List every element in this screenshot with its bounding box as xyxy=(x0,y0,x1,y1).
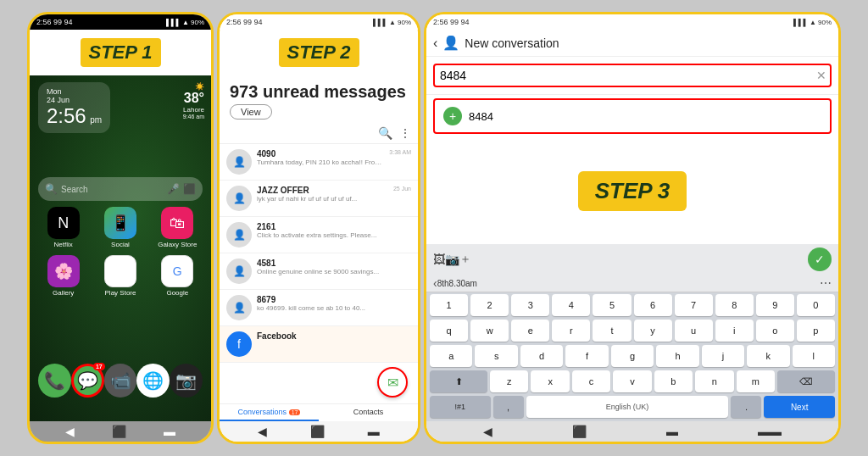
app-google[interactable]: G Google xyxy=(153,255,203,297)
nav-recent-1[interactable]: ▬ xyxy=(164,425,175,438)
key-3[interactable]: 3 xyxy=(511,294,549,316)
key-8[interactable]: 8 xyxy=(715,294,754,316)
key-w[interactable]: w xyxy=(470,320,509,342)
camera-keyboard-icon[interactable]: 📷 xyxy=(445,253,459,266)
key-h[interactable]: h xyxy=(656,345,698,367)
nav-back-3[interactable]: ◀ xyxy=(483,425,492,438)
contact-suggestion[interactable]: + 8484 xyxy=(433,98,832,134)
nav-back-1[interactable]: ◀ xyxy=(65,425,75,438)
header-title: New conversation xyxy=(465,36,832,50)
key-0[interactable]: 0 xyxy=(797,294,835,316)
person-icon: 👤 xyxy=(442,35,459,51)
message-item-2[interactable]: 👤 JAZZ OFFER lyk yar uf nahi kr uf uf uf… xyxy=(220,181,418,217)
more-icon[interactable]: ⋮ xyxy=(399,126,411,140)
key-7[interactable]: 7 xyxy=(675,294,713,316)
key-f[interactable]: f xyxy=(565,345,608,367)
key-q[interactable]: q xyxy=(430,320,468,342)
recipient-search-input[interactable] xyxy=(433,64,832,87)
app-gallery[interactable]: 🌸 Gallery xyxy=(38,255,88,297)
nav-back-2[interactable]: ◀ xyxy=(258,425,267,438)
next-key[interactable]: Next xyxy=(764,396,835,418)
key-t[interactable]: t xyxy=(593,320,631,342)
sender-1: 4090 xyxy=(257,149,384,158)
chrome-icon[interactable]: 🌐 xyxy=(136,364,170,398)
key-a[interactable]: a xyxy=(430,345,472,367)
key-k[interactable]: k xyxy=(747,345,789,367)
key-y[interactable]: y xyxy=(634,320,672,342)
key-b[interactable]: b xyxy=(654,370,693,392)
key-z[interactable]: z xyxy=(490,370,528,392)
signal-icon-2: ▌▌▌ xyxy=(373,19,387,26)
message-item-5[interactable]: 👤 8679 ko 49699. kill come se ab 10 to 4… xyxy=(220,290,418,326)
phone-app-icon[interactable]: 📞 xyxy=(38,364,71,398)
message-item-1[interactable]: 👤 4090 Tumhara today, PIN 210 ko accha!!… xyxy=(220,144,418,181)
google-search-bar[interactable]: 🔍 Search 🎤 ⬛ xyxy=(38,177,203,201)
key-c[interactable]: c xyxy=(572,370,610,392)
key-p[interactable]: p xyxy=(797,320,835,342)
backspace-key[interactable]: ⌫ xyxy=(777,370,835,392)
app-social[interactable]: 📱 Social xyxy=(95,207,145,248)
home-screen: Mon 24 Jun 2:56 pm ☀️ 38° Lahore 9:46 am… xyxy=(30,75,211,421)
shift-key[interactable]: ⬆ xyxy=(430,370,487,392)
message-item-4[interactable]: 👤 4581 Online genuine online se 9000 sav… xyxy=(220,253,418,290)
image-icon[interactable]: 🖼 xyxy=(433,253,445,266)
plus-keyboard-icon[interactable]: ＋ xyxy=(459,252,471,267)
step3-badge-area: STEP 3 xyxy=(426,137,838,244)
camera-icon[interactable]: 📷 xyxy=(170,364,203,398)
wifi-icon-3: ▲ xyxy=(810,19,816,26)
symbols-key[interactable]: !#1 xyxy=(430,396,491,418)
conversations-tab[interactable]: Conversations 17 xyxy=(220,404,319,421)
video-app-icon[interactable]: 📹 xyxy=(104,364,137,398)
nav-home-2[interactable]: ⬛ xyxy=(310,425,325,438)
key-d[interactable]: d xyxy=(520,345,563,367)
compose-fab[interactable]: ✉ xyxy=(377,367,408,398)
view-button[interactable]: View xyxy=(230,104,272,120)
key-v[interactable]: v xyxy=(613,370,651,392)
space-key[interactable]: English (UK) xyxy=(526,396,729,418)
comma-key[interactable]: , xyxy=(493,396,524,418)
key-n[interactable]: n xyxy=(695,370,733,392)
main-container: 2:56 99 94 ▌▌▌ ▲ 90% STEP 1 Mon 24 Jun 2… xyxy=(27,12,841,444)
clear-search-icon[interactable]: ✕ xyxy=(816,69,826,82)
key-x[interactable]: x xyxy=(531,370,569,392)
back-arrow-icon[interactable]: ‹ xyxy=(433,36,437,51)
key-5[interactable]: 5 xyxy=(593,294,631,316)
key-i[interactable]: i xyxy=(715,320,754,342)
key-m[interactable]: m xyxy=(737,370,775,392)
nav-recent-2[interactable]: ▬ xyxy=(368,425,380,438)
key-g[interactable]: g xyxy=(611,345,654,367)
key-e[interactable]: e xyxy=(511,320,549,342)
msg-content-3: 2161 Click to activate extra settings. P… xyxy=(257,222,406,239)
key-2[interactable]: 2 xyxy=(470,294,509,316)
facebook-item[interactable]: f Facebook xyxy=(220,326,418,363)
app-netflix[interactable]: N Netflix xyxy=(38,207,88,248)
key-l[interactable]: l xyxy=(793,345,835,367)
key-6[interactable]: 6 xyxy=(634,294,672,316)
status-icons-2: ▌▌▌ ▲ 90% xyxy=(373,19,411,26)
msg-content-4: 4581 Online genuine online se 9000 savin… xyxy=(257,259,406,275)
period-key[interactable]: . xyxy=(731,396,761,418)
key-4[interactable]: 4 xyxy=(552,294,590,316)
keyboard-more-icon[interactable]: ⋯ xyxy=(820,276,832,290)
search-icon-2[interactable]: 🔍 xyxy=(378,126,392,140)
nav-recent-3[interactable]: ▬ xyxy=(666,425,678,438)
search-bar-icon: 🔍 xyxy=(45,183,58,195)
key-1[interactable]: 1 xyxy=(430,294,468,316)
avatar-2: 👤 xyxy=(226,186,252,211)
key-u[interactable]: u xyxy=(675,320,713,342)
key-o[interactable]: o xyxy=(756,320,794,342)
app-play-store[interactable]: ▶ Play Store xyxy=(95,255,145,297)
messages-app-icon[interactable]: 💬 17 xyxy=(71,364,104,398)
send-button[interactable]: ✓ xyxy=(808,247,832,271)
key-9[interactable]: 9 xyxy=(756,294,794,316)
message-item-3[interactable]: 👤 2161 Click to activate extra settings.… xyxy=(220,217,418,253)
key-r[interactable]: r xyxy=(552,320,590,342)
nav-home-3[interactable]: ⬛ xyxy=(572,425,587,438)
key-s[interactable]: s xyxy=(475,345,517,367)
nav-home-1[interactable]: ⬛ xyxy=(112,425,126,438)
app-galaxy-store[interactable]: 🛍 Galaxy Store xyxy=(153,207,203,248)
contacts-tab[interactable]: Contacts xyxy=(319,404,418,421)
search-bar-placeholder: Search xyxy=(61,185,164,194)
message-list: 👤 4090 Tumhara today, PIN 210 ko accha!!… xyxy=(220,144,418,403)
key-j[interactable]: j xyxy=(702,345,744,367)
